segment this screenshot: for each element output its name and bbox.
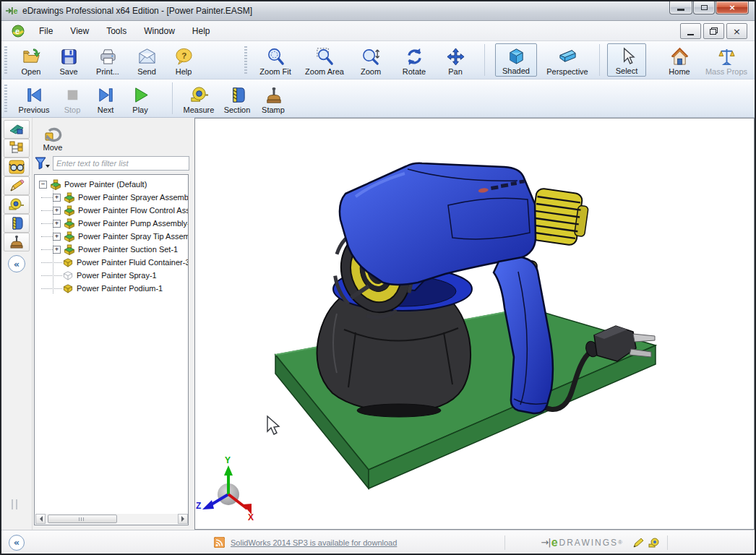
assembly-icon bbox=[64, 218, 75, 229]
window-title: eDrawings Professional x64 Edition - [Po… bbox=[22, 6, 252, 16]
pan-button[interactable]: Pan bbox=[438, 43, 473, 77]
expand-expander[interactable]: + bbox=[53, 220, 61, 228]
tree-row-root[interactable]: − Power Painter (Default) bbox=[35, 178, 188, 191]
menu-help[interactable]: Help bbox=[184, 22, 219, 40]
markup-pencil-icon[interactable] bbox=[632, 537, 645, 548]
zoom-button[interactable]: Zoom bbox=[351, 43, 390, 77]
help-icon: ? bbox=[174, 47, 194, 66]
assembly-icon bbox=[50, 179, 61, 190]
menu-window[interactable]: Window bbox=[135, 22, 184, 40]
mdi-restore-button[interactable] bbox=[703, 23, 724, 39]
minimize-button[interactable] bbox=[669, 1, 692, 14]
move-label: Move bbox=[43, 143, 63, 152]
menu-tools[interactable]: Tools bbox=[98, 22, 135, 40]
collapse-panel-button[interactable]: « bbox=[8, 255, 25, 272]
select-button[interactable]: Select bbox=[607, 43, 646, 77]
scroll-left-button[interactable] bbox=[35, 514, 46, 524]
zoom-area-button[interactable]: Zoom Area bbox=[301, 43, 348, 77]
toolbar-grip[interactable] bbox=[244, 46, 247, 74]
filter-input[interactable] bbox=[53, 156, 189, 171]
graphics-viewport[interactable]: Z Y X bbox=[194, 118, 755, 530]
scrollbar-thumb[interactable] bbox=[48, 515, 117, 523]
tree-row[interactable]: + Power Painter Sprayer Assemb bbox=[35, 191, 188, 204]
tree-label: Power Painter Spray Tip Assem bbox=[78, 232, 189, 241]
play-label: Play bbox=[132, 106, 147, 114]
mass-props-button[interactable]: Mass Props bbox=[703, 43, 750, 77]
section-tab[interactable] bbox=[4, 214, 30, 233]
update-link[interactable]: SolidWorks 2014 SP3 is available for dow… bbox=[231, 538, 397, 547]
pencil-icon bbox=[9, 178, 25, 193]
filter-funnel-icon[interactable] bbox=[35, 156, 51, 171]
shaded-button[interactable]: Shaded bbox=[495, 43, 537, 77]
mouse-cursor bbox=[267, 416, 279, 434]
measure-tape-icon[interactable] bbox=[648, 538, 661, 548]
mass-props-label: Mass Props bbox=[705, 67, 747, 76]
menu-file[interactable]: File bbox=[30, 22, 61, 40]
components-panel: Move − Power Painter (Default) + Power P… bbox=[33, 118, 194, 530]
toolbar-grip[interactable] bbox=[4, 85, 7, 112]
section-button[interactable]: Section bbox=[220, 82, 254, 115]
collapse-panel-button-bottom[interactable]: « bbox=[9, 535, 25, 551]
stamp-icon bbox=[9, 235, 25, 249]
mdi-close-button[interactable]: × bbox=[726, 23, 747, 39]
tree-row[interactable]: Power Painter Podium-1 bbox=[35, 282, 188, 295]
expand-expander[interactable]: + bbox=[53, 194, 61, 202]
send-button[interactable]: Send bbox=[130, 43, 163, 77]
expand-expander[interactable]: + bbox=[53, 233, 61, 241]
scroll-right-button[interactable] bbox=[178, 514, 188, 524]
previous-button[interactable]: Previous bbox=[13, 82, 55, 115]
open-button[interactable]: Open bbox=[13, 43, 49, 77]
mdi-minimize-button[interactable] bbox=[680, 23, 701, 39]
zoom-fit-button[interactable]: Zoom Fit bbox=[253, 43, 298, 77]
component-tree: − Power Painter (Default) + Power Painte… bbox=[34, 174, 189, 525]
play-button[interactable]: Play bbox=[124, 82, 156, 115]
main-area: « Move − Power Painter (Default) bbox=[1, 118, 755, 530]
help-button[interactable]: ? Help bbox=[166, 43, 201, 77]
save-button[interactable]: Save bbox=[52, 43, 85, 77]
section-label: Section bbox=[224, 106, 251, 114]
toolbar-grip[interactable] bbox=[4, 46, 7, 74]
menu-view[interactable]: View bbox=[61, 22, 98, 40]
print-button[interactable]: Print... bbox=[88, 43, 127, 77]
standard-toolbar: Open Save Print... Send ? Help Zoom Fit … bbox=[1, 41, 755, 79]
chevron-left-icon: « bbox=[14, 538, 20, 547]
tree-label: Power Painter Spray-1 bbox=[77, 271, 157, 280]
expand-expander[interactable]: + bbox=[53, 246, 61, 254]
save-label: Save bbox=[59, 67, 77, 76]
assembly-tree-tab[interactable] bbox=[4, 139, 30, 158]
markup-tab[interactable] bbox=[4, 176, 30, 195]
tree-row[interactable]: Power Painter Spray-1 bbox=[35, 269, 188, 282]
zoom-area-label: Zoom Area bbox=[305, 67, 344, 76]
stamp-button[interactable]: Stamp bbox=[257, 82, 290, 115]
components-tab[interactable] bbox=[4, 120, 30, 139]
expand-expander[interactable]: + bbox=[53, 207, 61, 215]
part-icon bbox=[62, 283, 74, 294]
maximize-button[interactable] bbox=[693, 1, 715, 14]
tree-row[interactable]: + Power Painter Spray Tip Assem bbox=[35, 230, 188, 243]
tree-row[interactable]: + Power Painter Flow Control Ass bbox=[35, 204, 188, 217]
tree-label: Power Painter (Default) bbox=[64, 180, 147, 189]
measure-button[interactable]: Measure bbox=[180, 82, 218, 115]
update-notice: SolidWorks 2014 SP3 is available for dow… bbox=[214, 537, 397, 548]
next-button[interactable]: Next bbox=[90, 82, 121, 115]
shaded-cube-icon bbox=[507, 46, 526, 66]
logo-registered-mark: ® bbox=[618, 539, 622, 546]
stamp-tab[interactable] bbox=[4, 233, 30, 251]
splitter-grip[interactable] bbox=[12, 499, 13, 509]
tree-row[interactable]: + Power Painter Pump Assembly- bbox=[35, 217, 188, 230]
close-button[interactable]: × bbox=[716, 1, 749, 14]
home-button[interactable]: Home bbox=[659, 43, 700, 77]
move-button[interactable]: Move bbox=[36, 120, 69, 152]
horizontal-scrollbar[interactable] bbox=[35, 514, 188, 524]
measure-tab[interactable] bbox=[4, 195, 30, 214]
collapse-expander[interactable]: − bbox=[39, 181, 47, 189]
zoom-fit-label: Zoom Fit bbox=[259, 67, 291, 76]
find-tab[interactable] bbox=[4, 158, 30, 176]
triad-z-label: Z bbox=[196, 501, 201, 511]
chevron-left-icon: « bbox=[14, 259, 20, 269]
tree-row[interactable]: Power Painter Fluid Container-3 bbox=[35, 256, 188, 269]
perspective-button[interactable]: Perspective bbox=[543, 43, 592, 77]
tree-row[interactable]: + Power Painter Suction Set-1 bbox=[35, 243, 188, 256]
stop-button[interactable]: Stop bbox=[58, 82, 87, 115]
rotate-button[interactable]: Rotate bbox=[393, 43, 435, 77]
